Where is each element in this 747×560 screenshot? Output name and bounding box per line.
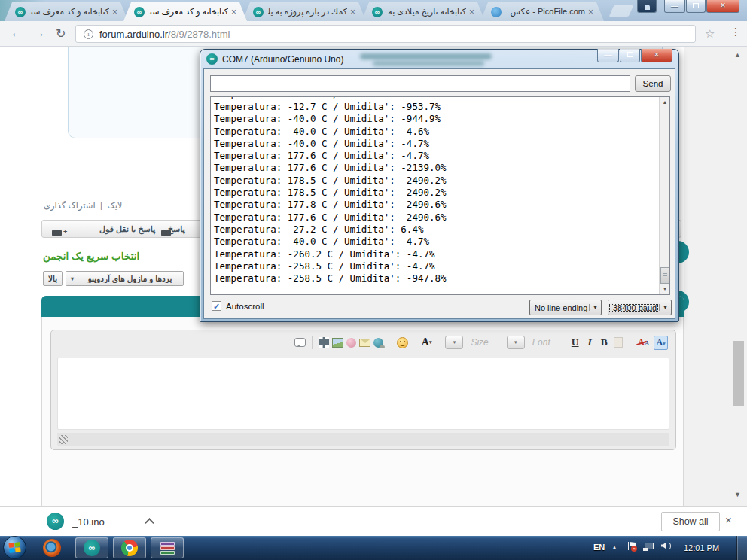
download-filename[interactable]: _10.ino: [72, 516, 105, 528]
taskbar-clock[interactable]: 12:01 PM: [684, 543, 719, 552]
reply-textarea[interactable]: [57, 358, 669, 430]
tab-title: كتابخانه و كد معرف سنس: [30, 7, 109, 17]
tab-close-icon[interactable]: ×: [231, 8, 236, 17]
back-button[interactable]: ←: [11, 26, 23, 40]
taskbar-chrome-button[interactable]: [113, 537, 146, 558]
browser-menu-icon[interactable]: ⋮: [730, 26, 741, 38]
send-button[interactable]: Send: [635, 75, 671, 92]
taskbar-arduino-button[interactable]: ∞: [75, 537, 108, 558]
language-indicator[interactable]: EN: [593, 543, 605, 552]
tab-close-icon[interactable]: ×: [588, 8, 593, 17]
email-icon[interactable]: [359, 339, 370, 347]
link-icon[interactable]: [374, 338, 383, 348]
new-tab-button[interactable]: [609, 5, 634, 17]
unlink-icon[interactable]: [346, 338, 356, 348]
tab-close-icon[interactable]: ×: [350, 8, 355, 17]
reply-button[interactable]: پاسخ: [168, 224, 185, 234]
window-close-button[interactable]: ×: [706, 0, 739, 13]
reply-with-quote-button[interactable]: پاسخ با نقل قول: [99, 224, 155, 234]
paste-icon[interactable]: [614, 337, 623, 348]
quote-icon[interactable]: [294, 338, 306, 347]
smiley-icon[interactable]: [397, 337, 408, 348]
action-center-flag-icon[interactable]: ×: [628, 542, 635, 550]
download-chevron-icon[interactable]: [145, 518, 154, 528]
download-bar-close-icon[interactable]: ×: [725, 513, 732, 526]
like-link[interactable]: لایک: [107, 201, 122, 210]
taskbar-firefox-icon[interactable]: [43, 539, 61, 557]
arduino-favicon: ∞: [253, 7, 264, 17]
multiquote-icon[interactable]: [52, 230, 62, 236]
url-path: /8/9/2878.html: [168, 29, 230, 40]
tab-close-icon[interactable]: ×: [112, 8, 117, 17]
scroll-down-arrow[interactable]: ▼: [734, 491, 741, 498]
forward-button[interactable]: →: [33, 26, 45, 40]
scroll-up-arrow[interactable]: ▲: [734, 51, 741, 59]
refresh-button[interactable]: ↻: [56, 26, 66, 41]
browser-tab-2-active[interactable]: ∞ كتابخانه و كد معرف سنس ×: [123, 2, 247, 21]
page-info-icon[interactable]: i: [84, 29, 93, 39]
serial-monitor-titlebar[interactable]: ∞ COM7 (Arduino/Genuino Uno) — ×: [203, 50, 675, 68]
tab-title: كتابخانه و كد معرف سنس: [149, 7, 228, 17]
taskbar: ∞ EN ▲ × 12:01 PM: [0, 536, 747, 560]
minimize-button[interactable]: —: [597, 49, 619, 62]
browser-tabstrip: ∞ كتابخانه و كد معرف سنس × ∞ كتابخانه و …: [0, 0, 747, 21]
like-share-separator: |: [100, 201, 102, 210]
scrollbar-thumb[interactable]: [733, 341, 744, 406]
download-divider: [169, 510, 169, 533]
autoscroll-checkbox[interactable]: ✓: [212, 301, 221, 311]
serial-monitor-window[interactable]: ∞ COM7 (Arduino/Genuino Uno) — × Send Te…: [200, 49, 679, 322]
image-icon[interactable]: [332, 338, 343, 348]
size-label: Size: [471, 337, 488, 348]
hidden-icons-arrow[interactable]: ▲: [611, 544, 617, 551]
show-desktop-button[interactable]: [736, 536, 747, 560]
show-all-downloads-button[interactable]: Show all: [661, 512, 720, 531]
page-gutter: [684, 47, 730, 506]
url-text[interactable]: forum.arduino.ir/8/9/2878.html: [99, 29, 230, 40]
network-icon[interactable]: [645, 543, 654, 549]
tab-title: كتابخانه تاريخ ميلادى به: [387, 7, 466, 17]
forum-jump-dropdown[interactable]: ▾ بردها و ماژول های آردوینو: [66, 271, 184, 286]
bookmark-star-icon[interactable]: ☆: [705, 27, 715, 41]
page-scrollbar[interactable]: ▲ ▼: [730, 47, 747, 506]
font-color-button[interactable]: A▾: [422, 336, 432, 348]
console-scrollbar[interactable]: ▲ ▼: [659, 97, 669, 294]
serial-input-field[interactable]: [210, 75, 630, 92]
size-dropdown-button[interactable]: ▾: [445, 336, 463, 349]
window-maximize-button[interactable]: [686, 0, 706, 13]
browser-tab-1[interactable]: ∞ كتابخانه و كد معرف سنس ×: [5, 2, 128, 21]
serial-output-text: Temperatura: -12.7 C / Umidita': -953.7%…: [211, 101, 669, 285]
quick-reply-panel: A▾ ▾ Size ▾ Font U I B AA A▾: [41, 296, 684, 536]
bold-button[interactable]: B: [598, 336, 611, 348]
underline-button[interactable]: U: [569, 336, 582, 348]
start-button[interactable]: [3, 536, 26, 559]
go-top-button[interactable]: بالا: [43, 271, 63, 286]
close-button[interactable]: ×: [641, 49, 672, 62]
console-scroll-thumb[interactable]: [660, 267, 669, 284]
browser-tab-4[interactable]: ∞ كتابخانه تاريخ ميلادى به ×: [361, 2, 485, 21]
resize-grip-icon[interactable]: [59, 435, 68, 444]
tab-close-icon[interactable]: ×: [469, 8, 474, 17]
editor-mode-toggle[interactable]: A▾: [654, 336, 668, 350]
address-bar[interactable]: i forum.arduino.ir/8/9/2878.html: [75, 25, 696, 43]
taskbar-winrar-button[interactable]: [151, 537, 184, 558]
editor-statusbar: [57, 433, 669, 446]
person-icon: [645, 5, 650, 10]
toolbar-divider: [312, 336, 313, 349]
line-ending-dropdown[interactable]: No line ending ▾: [529, 300, 602, 315]
windows-logo-icon: [8, 542, 20, 552]
remove-format-button[interactable]: AA: [636, 336, 651, 348]
share-link[interactable]: اشتراک گذاری: [44, 201, 96, 210]
baud-rate-value: 38400 baud: [608, 303, 659, 312]
browser-tab-3[interactable]: ∞ كمك در باره پروژه به يك ×: [242, 2, 366, 21]
baud-rate-dropdown[interactable]: 38400 baud ▾: [608, 300, 672, 315]
console-scroll-up[interactable]: ▲: [660, 97, 670, 108]
profile-button[interactable]: [637, 0, 657, 13]
arduino-icon: ∞: [206, 53, 218, 65]
maximize-button[interactable]: [620, 49, 640, 62]
italic-button[interactable]: I: [585, 336, 595, 348]
video-icon[interactable]: [319, 337, 329, 348]
browser-tab-5[interactable]: PicoFile.com - عكس ×: [480, 2, 604, 21]
font-dropdown-button[interactable]: ▾: [507, 336, 525, 349]
window-minimize-button[interactable]: —: [664, 0, 685, 13]
console-scroll-down[interactable]: ▼: [660, 284, 670, 294]
